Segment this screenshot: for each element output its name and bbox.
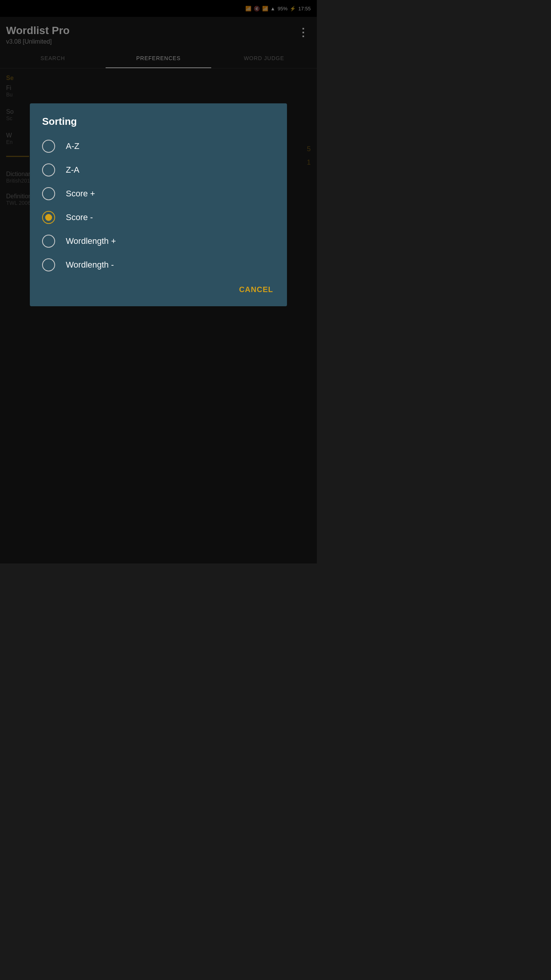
option-score-plus-label: Score + xyxy=(66,189,95,199)
option-score-minus-label: Score - xyxy=(66,212,93,222)
option-score-plus[interactable]: Score + xyxy=(42,187,275,200)
option-az[interactable]: A-Z xyxy=(42,140,275,153)
option-score-minus[interactable]: Score - xyxy=(42,211,275,224)
radio-za[interactable] xyxy=(42,163,55,176)
option-za-label: Z-A xyxy=(66,165,79,175)
option-wordlength-plus-label: Wordlength + xyxy=(66,236,116,246)
option-wordlength-minus-label: Wordlength - xyxy=(66,260,114,270)
radio-score-minus[interactable] xyxy=(42,211,55,224)
cancel-button[interactable]: CANCEL xyxy=(238,282,275,297)
option-za[interactable]: Z-A xyxy=(42,163,275,176)
radio-score-plus[interactable] xyxy=(42,187,55,200)
radio-wordlength-plus[interactable] xyxy=(42,235,55,248)
option-az-label: A-Z xyxy=(66,141,79,151)
option-wordlength-minus[interactable]: Wordlength - xyxy=(42,258,275,271)
dialog-actions: CANCEL xyxy=(42,282,275,297)
option-wordlength-plus[interactable]: Wordlength + xyxy=(42,235,275,248)
radio-az[interactable] xyxy=(42,140,55,153)
radio-wordlength-minus[interactable] xyxy=(42,258,55,271)
dialog-title: Sorting xyxy=(42,116,275,127)
sorting-dialog: Sorting A-Z Z-A Score + Score - Wordleng… xyxy=(30,103,287,306)
